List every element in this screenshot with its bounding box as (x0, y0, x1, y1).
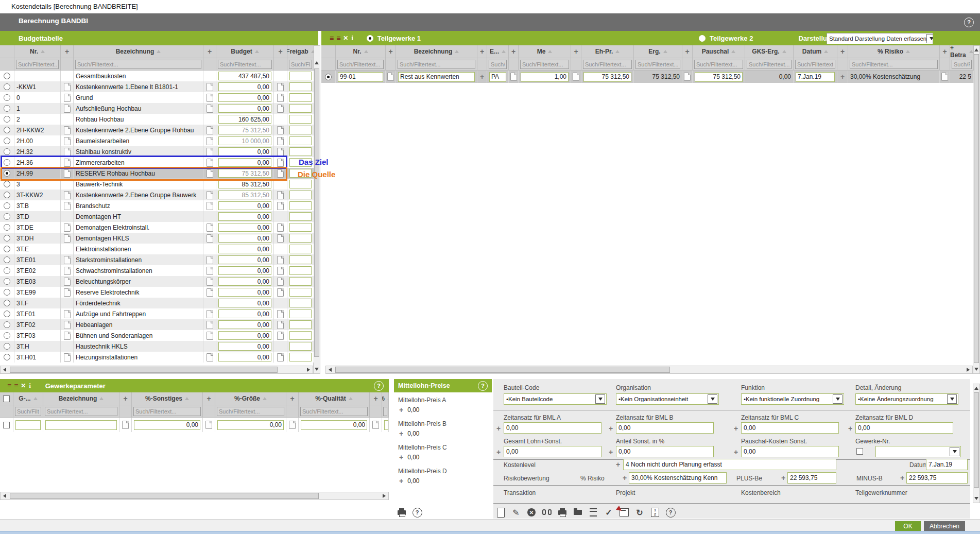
document-icon[interactable] (64, 278, 71, 286)
freigabe-value-input[interactable] (289, 136, 312, 145)
budget-value-input[interactable]: 75 312,50 (218, 126, 271, 134)
filter-input[interactable] (520, 60, 569, 69)
add-column-icon[interactable]: + (840, 47, 845, 56)
document-icon[interactable] (277, 94, 284, 102)
sonstiges-input[interactable]: 0,00 (134, 420, 200, 430)
column-header[interactable]: % (382, 392, 389, 405)
add-column-header[interactable]: + (477, 45, 487, 58)
sort-arrow-icon[interactable] (33, 397, 38, 400)
notes-icon[interactable]: 12 (649, 506, 661, 519)
add-column-icon[interactable]: + (574, 47, 578, 56)
add-column-header[interactable]: + (274, 45, 287, 58)
freigabe-value-input[interactable] (289, 180, 312, 188)
document-icon[interactable] (207, 256, 213, 264)
document-icon[interactable] (64, 83, 71, 91)
scrollbar-thumb[interactable] (974, 392, 979, 488)
document-icon[interactable] (207, 169, 213, 178)
row-select-radio[interactable] (4, 181, 10, 187)
bml-a-input[interactable]: 0,00 (504, 422, 601, 434)
list-icon[interactable] (587, 506, 599, 519)
budget-value-input[interactable]: 85 312,50 (218, 191, 271, 199)
column-header[interactable]: + Betra (950, 45, 974, 58)
mittellohn-item-value[interactable]: 0,00 (407, 406, 419, 414)
document-icon[interactable] (207, 278, 213, 286)
document-icon[interactable] (64, 94, 71, 102)
document-icon[interactable] (277, 223, 284, 232)
scroll-left-icon[interactable] (1, 492, 8, 499)
filter-input[interactable] (300, 407, 368, 416)
scroll-down-icon[interactable] (973, 495, 980, 502)
row-select-radio[interactable] (4, 83, 10, 90)
filter-input[interactable] (694, 60, 743, 69)
scrollbar-thumb[interactable] (10, 493, 319, 499)
document-icon[interactable] (277, 105, 284, 113)
add-column-icon[interactable]: + (480, 47, 484, 56)
budget-vertical-scrollbar[interactable] (313, 45, 320, 374)
add-column-icon[interactable]: + (65, 47, 69, 56)
row-select-radio[interactable] (4, 343, 10, 350)
document-icon[interactable] (941, 73, 948, 81)
scroll-left-icon[interactable] (326, 366, 334, 373)
detail-aenderung-select[interactable]: •Keine Änderungszuordnung (855, 393, 958, 405)
add-column-icon[interactable]: + (942, 47, 947, 56)
add-icon[interactable]: + (480, 73, 484, 81)
help-icon[interactable]: ? (964, 18, 974, 27)
budget-value-input[interactable]: 0,00 (218, 104, 271, 113)
freigabe-value-input[interactable] (289, 82, 312, 91)
info-icon[interactable]: i (29, 382, 30, 390)
row-select-radio[interactable] (4, 354, 10, 360)
budget-value-input[interactable]: 85 312,50 (218, 180, 271, 188)
document-icon[interactable] (277, 321, 284, 329)
freigabe-value-input[interactable] (289, 245, 312, 253)
add-column-header[interactable]: + (509, 45, 519, 58)
column-header[interactable]: % Risiko (848, 45, 940, 58)
add-column-header[interactable]: + (682, 45, 693, 58)
budget-table-row[interactable]: 3T.DDemontagen HT0,00 (0, 211, 314, 222)
add-icon[interactable]: + (623, 474, 627, 482)
datum-input[interactable]: 7.Jan.19 (796, 72, 835, 82)
filter-input[interactable] (16, 60, 59, 69)
help-icon[interactable]: ? (374, 381, 384, 391)
add-icon[interactable]: + (781, 474, 785, 482)
budget-table-row[interactable]: 3T.F02Hebeanlagen0,00 (0, 319, 314, 330)
document-icon[interactable] (207, 234, 213, 243)
document-icon[interactable] (64, 105, 71, 113)
tab-teilgewerke2-radio[interactable] (699, 35, 706, 42)
print-icon[interactable] (556, 506, 569, 519)
budget-table-row[interactable]: 2H.36Zimmererarbeiten0,00 (0, 157, 314, 168)
document-icon[interactable] (387, 73, 394, 81)
row-select-radio[interactable] (4, 213, 10, 220)
add-column-icon[interactable]: + (278, 47, 282, 56)
scrollbar-thumb[interactable] (974, 54, 979, 363)
document-icon[interactable] (64, 223, 71, 232)
menu-icon[interactable]: ≡ (330, 34, 333, 42)
einheit-input[interactable]: PA (489, 72, 506, 82)
document-icon[interactable] (64, 191, 71, 199)
row-select-radio[interactable] (4, 246, 10, 252)
column-header[interactable]: %-Qualität (299, 392, 370, 405)
bezeichnung-input[interactable]: Rest aus Kennwerten (398, 72, 475, 82)
column-header[interactable]: %-Größe (215, 392, 286, 405)
column-header[interactable]: %-Sonstiges (132, 392, 203, 405)
document-icon[interactable] (64, 137, 71, 145)
column-header[interactable]: Budget (216, 45, 274, 58)
gewerke-nr-select[interactable] (875, 446, 961, 457)
document-icon[interactable] (64, 126, 71, 134)
budget-value-input[interactable]: 0,00 (218, 245, 271, 253)
mittellohn-item-value[interactable]: 0,00 (407, 454, 419, 461)
freigabe-value-input[interactable] (289, 147, 312, 156)
close-icon[interactable]: ✕ (343, 35, 348, 42)
document-icon[interactable] (64, 159, 71, 167)
document-icon[interactable] (64, 332, 71, 340)
bml-d-input[interactable]: 0,00 (855, 422, 953, 434)
add-icon[interactable]: + (496, 448, 501, 456)
form-vertical-scrollbar[interactable] (973, 384, 980, 503)
chevron-down-icon[interactable] (708, 394, 717, 404)
document-icon[interactable] (207, 223, 213, 232)
budget-table-row[interactable]: 3T.E01Starkstrominstallationen0,00 (0, 254, 314, 265)
document-icon[interactable] (277, 169, 284, 178)
budget-table-row[interactable]: 3Bauwerk-Technik85 312,50 (0, 179, 314, 190)
add-column-icon[interactable]: + (207, 394, 211, 403)
tab-teilgewerke1-radio[interactable] (367, 35, 373, 42)
chevron-down-icon[interactable] (947, 394, 957, 404)
